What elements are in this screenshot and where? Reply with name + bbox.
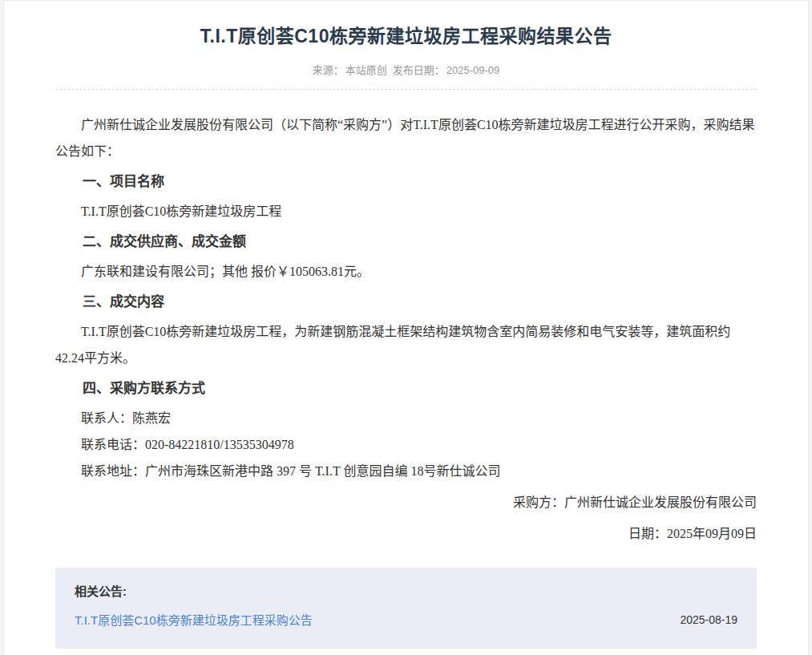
source-value: 本站原创 (345, 64, 387, 76)
related-announcements-box: 相关公告: T.I.T原创荟C10栋旁新建垃圾房工程采购公告 2025-08-1… (55, 568, 757, 649)
section-3-heading: 三、成交内容 (55, 289, 757, 315)
section-1-heading: 一、项目名称 (55, 169, 757, 195)
publish-date-label: 发布日期： (393, 64, 445, 76)
article-content: 广州新仕诚企业发展股份有限公司（以下简称“采购方”）对T.I.T原创荟C10栋旁… (4, 90, 808, 547)
contact-phone-line: 联系电话：020-84221810/13535304978 (55, 431, 757, 458)
article-card: T.I.T原创荟C10栋旁新建垃圾房工程采购结果公告 来源：本站原创发布日期：2… (3, 0, 809, 655)
related-announcements-label: 相关公告: (75, 582, 737, 599)
section-2-heading: 二、成交供应商、成交金额 (55, 229, 757, 255)
signature-date-line: 日期：2025年09月09日 (55, 520, 757, 547)
contact-person-line: 联系人：陈燕宏 (55, 405, 757, 431)
section-2-body: 广东联和建设有限公司；其他 报价￥105063.81元。 (55, 258, 757, 285)
source-label: 来源： (313, 64, 344, 76)
article-meta: 来源：本站原创发布日期：2025-09-09 (4, 62, 808, 77)
publish-date-value: 2025-09-09 (446, 64, 500, 76)
related-announcement-link[interactable]: T.I.T原创荟C10栋旁新建垃圾房工程采购公告 (75, 611, 313, 628)
intro-paragraph: 广州新仕诚企业发展股份有限公司（以下简称“采购方”）对T.I.T原创荟C10栋旁… (55, 111, 757, 164)
signature-purchaser-line: 采购方：广州新仕诚企业发展股份有限公司 (55, 489, 757, 516)
section-1-body: T.I.T原创荟C10栋旁新建垃圾房工程 (55, 198, 757, 224)
related-announcement-date: 2025-08-19 (680, 613, 737, 626)
section-4-heading: 四、采购方联系方式 (55, 376, 757, 402)
section-3-body: T.I.T原创荟C10栋旁新建垃圾房工程，为新建钢筋混凝土框架结构建筑物含室内简… (55, 318, 757, 371)
contact-address-line: 联系地址：广州市海珠区新港中路 397 号 T.I.T 创意园自编 18号新仕诚… (55, 458, 757, 484)
page-title: T.I.T原创荟C10栋旁新建垃圾房工程采购结果公告 (4, 1, 808, 48)
related-announcement-row: T.I.T原创荟C10栋旁新建垃圾房工程采购公告 2025-08-19 (75, 611, 737, 628)
